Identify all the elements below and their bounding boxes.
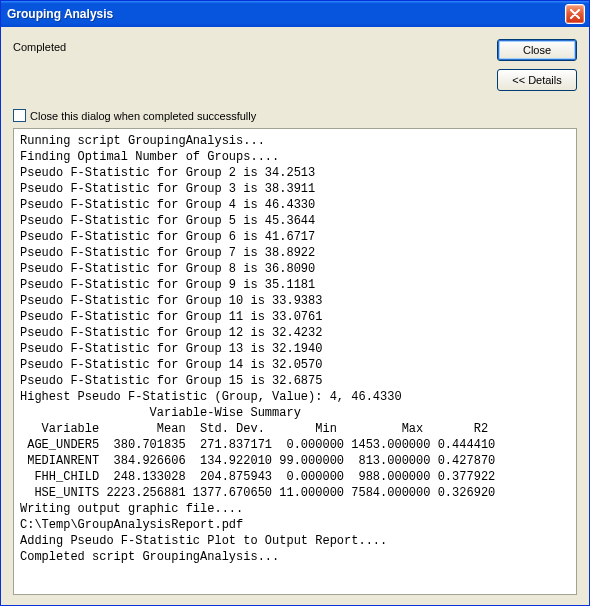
output-line: Pseudo F-Statistic for Group 13 is 32.19… [20,341,570,357]
window-close-button[interactable] [565,4,585,24]
output-line: Pseudo F-Statistic for Group 10 is 33.93… [20,293,570,309]
output-line: Pseudo F-Statistic for Group 4 is 46.433… [20,197,570,213]
output-line: Pseudo F-Statistic for Group 8 is 36.809… [20,261,570,277]
output-line: MEDIANRENT 384.926606 134.922010 99.0000… [20,453,570,469]
output-line: Pseudo F-Statistic for Group 2 is 34.251… [20,165,570,181]
close-icon [570,9,580,19]
output-line: Running script GroupingAnalysis... [20,133,570,149]
dialog-window: Grouping Analysis Completed Close << Det… [0,0,590,606]
output-line: Highest Pseudo F-Statistic (Group, Value… [20,389,570,405]
auto-close-label: Close this dialog when completed success… [30,110,256,122]
close-button[interactable]: Close [497,39,577,61]
output-line: FHH_CHILD 248.133028 204.875943 0.000000… [20,469,570,485]
output-line: Pseudo F-Statistic for Group 14 is 32.05… [20,357,570,373]
dialog-body: Completed Close << Details Close this di… [1,27,589,605]
output-line: Pseudo F-Statistic for Group 11 is 33.07… [20,309,570,325]
output-line: Pseudo F-Statistic for Group 6 is 41.671… [20,229,570,245]
output-line: Pseudo F-Statistic for Group 5 is 45.364… [20,213,570,229]
output-line: Finding Optimal Number of Groups.... [20,149,570,165]
output-line: Pseudo F-Statistic for Group 7 is 38.892… [20,245,570,261]
status-text: Completed [13,39,489,53]
output-line: Adding Pseudo F-Statistic Plot to Output… [20,533,570,549]
top-row: Completed Close << Details [13,39,577,91]
output-line: Variable-Wise Summary [20,405,570,421]
output-line: Pseudo F-Statistic for Group 15 is 32.68… [20,373,570,389]
auto-close-checkbox[interactable] [13,109,26,122]
details-button[interactable]: << Details [497,69,577,91]
button-column: Close << Details [497,39,577,91]
output-line: Pseudo F-Statistic for Group 12 is 32.42… [20,325,570,341]
output-line: Variable Mean Std. Dev. Min Max R2 [20,421,570,437]
output-line: HSE_UNITS 2223.256881 1377.670650 11.000… [20,485,570,501]
output-line: C:\Temp\GroupAnalysisReport.pdf [20,517,570,533]
output-line: Writing output graphic file.... [20,501,570,517]
output-line: Pseudo F-Statistic for Group 3 is 38.391… [20,181,570,197]
output-line: Completed script GroupingAnalysis... [20,549,570,565]
output-textarea[interactable]: Running script GroupingAnalysis...Findin… [13,128,577,595]
output-line: Pseudo F-Statistic for Group 9 is 35.118… [20,277,570,293]
auto-close-row: Close this dialog when completed success… [13,109,577,122]
titlebar[interactable]: Grouping Analysis [1,1,589,27]
output-line: AGE_UNDER5 380.701835 271.837171 0.00000… [20,437,570,453]
window-title: Grouping Analysis [7,7,565,21]
